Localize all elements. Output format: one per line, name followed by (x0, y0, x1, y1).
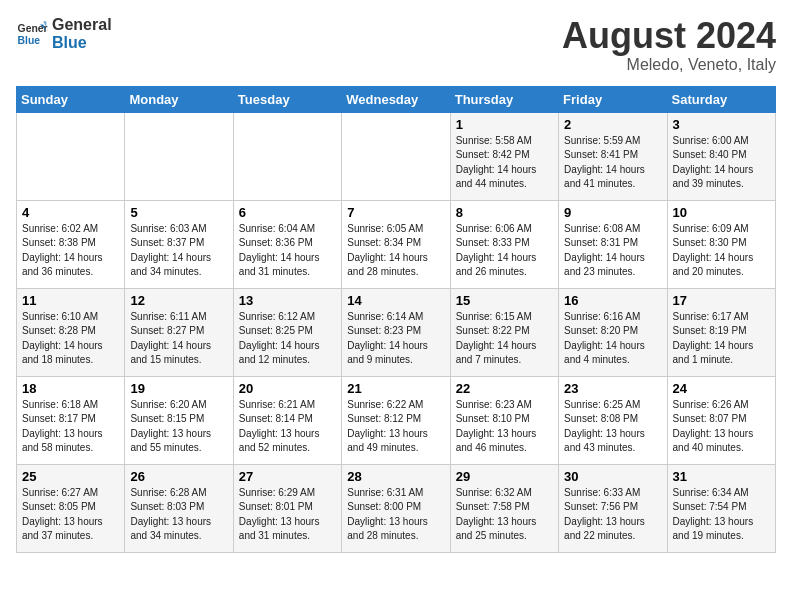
day-header-sunday: Sunday (17, 86, 125, 112)
day-info: Sunrise: 6:03 AM Sunset: 8:37 PM Dayligh… (130, 222, 227, 280)
logo-text-block: General Blue (52, 16, 112, 53)
calendar-cell: 2Sunrise: 5:59 AM Sunset: 8:41 PM Daylig… (559, 112, 667, 200)
day-info: Sunrise: 6:25 AM Sunset: 8:08 PM Dayligh… (564, 398, 661, 456)
day-number: 31 (673, 469, 770, 484)
calendar-cell: 20Sunrise: 6:21 AM Sunset: 8:14 PM Dayli… (233, 376, 341, 464)
day-info: Sunrise: 6:34 AM Sunset: 7:54 PM Dayligh… (673, 486, 770, 544)
calendar-week-5: 25Sunrise: 6:27 AM Sunset: 8:05 PM Dayli… (17, 464, 776, 552)
calendar-cell: 19Sunrise: 6:20 AM Sunset: 8:15 PM Dayli… (125, 376, 233, 464)
day-info: Sunrise: 6:28 AM Sunset: 8:03 PM Dayligh… (130, 486, 227, 544)
calendar-cell: 4Sunrise: 6:02 AM Sunset: 8:38 PM Daylig… (17, 200, 125, 288)
day-number: 1 (456, 117, 553, 132)
day-number: 22 (456, 381, 553, 396)
day-number: 10 (673, 205, 770, 220)
logo-general: General (52, 16, 112, 34)
logo: General Blue General Blue (16, 16, 112, 53)
day-header-thursday: Thursday (450, 86, 558, 112)
day-info: Sunrise: 6:05 AM Sunset: 8:34 PM Dayligh… (347, 222, 444, 280)
day-number: 15 (456, 293, 553, 308)
calendar-cell: 24Sunrise: 6:26 AM Sunset: 8:07 PM Dayli… (667, 376, 775, 464)
day-number: 21 (347, 381, 444, 396)
day-number: 4 (22, 205, 119, 220)
page-header: General Blue General Blue August 2024 Me… (16, 16, 776, 74)
day-info: Sunrise: 6:29 AM Sunset: 8:01 PM Dayligh… (239, 486, 336, 544)
calendar-week-3: 11Sunrise: 6:10 AM Sunset: 8:28 PM Dayli… (17, 288, 776, 376)
day-header-tuesday: Tuesday (233, 86, 341, 112)
day-info: Sunrise: 6:02 AM Sunset: 8:38 PM Dayligh… (22, 222, 119, 280)
calendar-cell (17, 112, 125, 200)
day-number: 23 (564, 381, 661, 396)
calendar-cell: 18Sunrise: 6:18 AM Sunset: 8:17 PM Dayli… (17, 376, 125, 464)
calendar-cell: 3Sunrise: 6:00 AM Sunset: 8:40 PM Daylig… (667, 112, 775, 200)
day-header-wednesday: Wednesday (342, 86, 450, 112)
day-number: 26 (130, 469, 227, 484)
logo-icon: General Blue (16, 18, 48, 50)
day-header-saturday: Saturday (667, 86, 775, 112)
calendar-cell: 15Sunrise: 6:15 AM Sunset: 8:22 PM Dayli… (450, 288, 558, 376)
day-info: Sunrise: 6:23 AM Sunset: 8:10 PM Dayligh… (456, 398, 553, 456)
calendar-cell: 30Sunrise: 6:33 AM Sunset: 7:56 PM Dayli… (559, 464, 667, 552)
calendar-cell: 26Sunrise: 6:28 AM Sunset: 8:03 PM Dayli… (125, 464, 233, 552)
day-info: Sunrise: 6:17 AM Sunset: 8:19 PM Dayligh… (673, 310, 770, 368)
day-number: 28 (347, 469, 444, 484)
day-info: Sunrise: 6:26 AM Sunset: 8:07 PM Dayligh… (673, 398, 770, 456)
day-header-monday: Monday (125, 86, 233, 112)
day-number: 18 (22, 381, 119, 396)
day-number: 6 (239, 205, 336, 220)
day-number: 9 (564, 205, 661, 220)
calendar-cell: 23Sunrise: 6:25 AM Sunset: 8:08 PM Dayli… (559, 376, 667, 464)
day-info: Sunrise: 6:08 AM Sunset: 8:31 PM Dayligh… (564, 222, 661, 280)
title-block: August 2024 Meledo, Veneto, Italy (562, 16, 776, 74)
day-info: Sunrise: 6:06 AM Sunset: 8:33 PM Dayligh… (456, 222, 553, 280)
day-number: 20 (239, 381, 336, 396)
day-info: Sunrise: 6:20 AM Sunset: 8:15 PM Dayligh… (130, 398, 227, 456)
calendar-cell: 7Sunrise: 6:05 AM Sunset: 8:34 PM Daylig… (342, 200, 450, 288)
day-number: 30 (564, 469, 661, 484)
month-year-title: August 2024 (562, 16, 776, 56)
day-number: 12 (130, 293, 227, 308)
calendar-cell: 27Sunrise: 6:29 AM Sunset: 8:01 PM Dayli… (233, 464, 341, 552)
calendar-cell: 25Sunrise: 6:27 AM Sunset: 8:05 PM Dayli… (17, 464, 125, 552)
day-info: Sunrise: 6:00 AM Sunset: 8:40 PM Dayligh… (673, 134, 770, 192)
calendar-week-2: 4Sunrise: 6:02 AM Sunset: 8:38 PM Daylig… (17, 200, 776, 288)
day-info: Sunrise: 6:33 AM Sunset: 7:56 PM Dayligh… (564, 486, 661, 544)
day-info: Sunrise: 6:12 AM Sunset: 8:25 PM Dayligh… (239, 310, 336, 368)
calendar-cell: 6Sunrise: 6:04 AM Sunset: 8:36 PM Daylig… (233, 200, 341, 288)
day-header-friday: Friday (559, 86, 667, 112)
day-info: Sunrise: 6:10 AM Sunset: 8:28 PM Dayligh… (22, 310, 119, 368)
day-number: 5 (130, 205, 227, 220)
logo-blue: Blue (52, 34, 112, 52)
calendar-cell: 31Sunrise: 6:34 AM Sunset: 7:54 PM Dayli… (667, 464, 775, 552)
calendar-cell (125, 112, 233, 200)
calendar-week-1: 1Sunrise: 5:58 AM Sunset: 8:42 PM Daylig… (17, 112, 776, 200)
day-number: 19 (130, 381, 227, 396)
calendar-cell (342, 112, 450, 200)
days-header-row: SundayMondayTuesdayWednesdayThursdayFrid… (17, 86, 776, 112)
day-number: 14 (347, 293, 444, 308)
day-info: Sunrise: 6:04 AM Sunset: 8:36 PM Dayligh… (239, 222, 336, 280)
day-info: Sunrise: 6:21 AM Sunset: 8:14 PM Dayligh… (239, 398, 336, 456)
calendar-cell: 10Sunrise: 6:09 AM Sunset: 8:30 PM Dayli… (667, 200, 775, 288)
day-info: Sunrise: 5:59 AM Sunset: 8:41 PM Dayligh… (564, 134, 661, 192)
calendar-cell: 1Sunrise: 5:58 AM Sunset: 8:42 PM Daylig… (450, 112, 558, 200)
day-info: Sunrise: 6:22 AM Sunset: 8:12 PM Dayligh… (347, 398, 444, 456)
day-number: 27 (239, 469, 336, 484)
day-info: Sunrise: 6:32 AM Sunset: 7:58 PM Dayligh… (456, 486, 553, 544)
svg-text:Blue: Blue (18, 35, 41, 46)
day-info: Sunrise: 6:16 AM Sunset: 8:20 PM Dayligh… (564, 310, 661, 368)
location-subtitle: Meledo, Veneto, Italy (562, 56, 776, 74)
day-number: 29 (456, 469, 553, 484)
day-number: 13 (239, 293, 336, 308)
calendar-week-4: 18Sunrise: 6:18 AM Sunset: 8:17 PM Dayli… (17, 376, 776, 464)
calendar-cell: 12Sunrise: 6:11 AM Sunset: 8:27 PM Dayli… (125, 288, 233, 376)
day-info: Sunrise: 6:14 AM Sunset: 8:23 PM Dayligh… (347, 310, 444, 368)
day-info: Sunrise: 6:31 AM Sunset: 8:00 PM Dayligh… (347, 486, 444, 544)
day-number: 2 (564, 117, 661, 132)
calendar-cell: 16Sunrise: 6:16 AM Sunset: 8:20 PM Dayli… (559, 288, 667, 376)
calendar-cell: 21Sunrise: 6:22 AM Sunset: 8:12 PM Dayli… (342, 376, 450, 464)
calendar-cell: 9Sunrise: 6:08 AM Sunset: 8:31 PM Daylig… (559, 200, 667, 288)
calendar-cell: 29Sunrise: 6:32 AM Sunset: 7:58 PM Dayli… (450, 464, 558, 552)
day-number: 24 (673, 381, 770, 396)
day-number: 7 (347, 205, 444, 220)
day-info: Sunrise: 6:11 AM Sunset: 8:27 PM Dayligh… (130, 310, 227, 368)
